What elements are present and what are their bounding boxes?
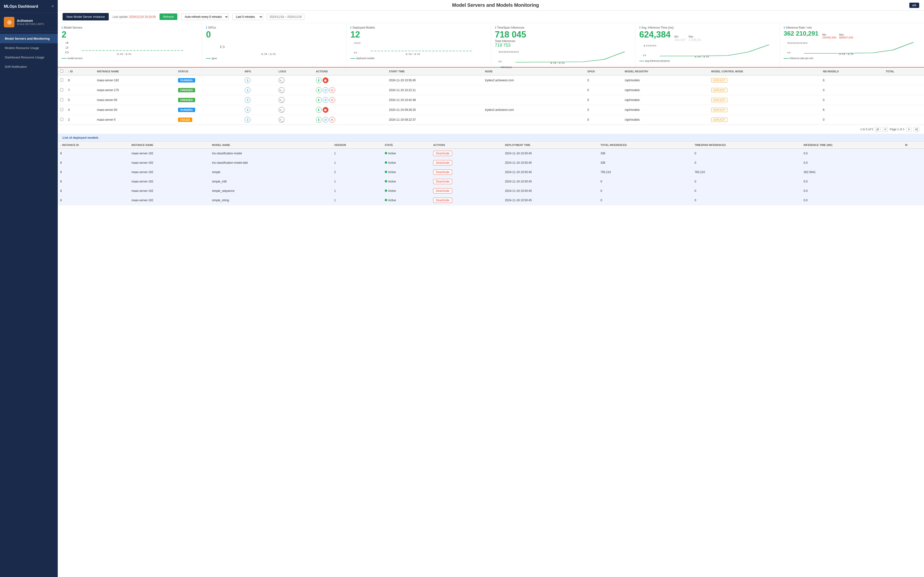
info-button[interactable]: ℹ xyxy=(245,97,250,103)
info-icon-timespan[interactable]: ℹ xyxy=(495,26,496,29)
time-range-select[interactable]: Last 5 minutes Last 15 minutes Last hour xyxy=(233,13,263,20)
control-mode-badge: EXPLICIT xyxy=(711,108,727,112)
deployed-instance-name: maas-server-192 xyxy=(129,158,210,168)
sidebar-item-models-resource-usage[interactable]: Models Resource Usage xyxy=(0,43,58,53)
row-checkbox[interactable] xyxy=(60,98,63,101)
status-badge: RUNNING xyxy=(178,78,195,82)
deployed-m xyxy=(903,168,924,177)
download-button[interactable]: ⬇ xyxy=(316,107,322,113)
action-buttons: ⬇ ↺ ✕ xyxy=(316,87,384,93)
deployed-timespan-inf: 0 xyxy=(692,186,801,196)
table-row: 4 maas-server-50 RUNNING ℹ >_ ⬇ ⏹ 2024-1… xyxy=(58,105,924,115)
last-page-button[interactable]: >| xyxy=(913,127,919,132)
info-button[interactable]: ℹ xyxy=(245,87,250,93)
row-gpus: 0 xyxy=(585,85,622,95)
chart-legend-timespan: inferences xyxy=(495,66,632,69)
download-button[interactable]: ⬇ xyxy=(316,77,322,83)
auto-refresh-select[interactable]: Auto-refresh every 5 minutes Auto-refres… xyxy=(181,13,229,20)
metric-deployed-models: ℹ Deployed Models 12 20 0 19:15 deployed… xyxy=(347,23,491,67)
info-icon-deployed[interactable]: ℹ xyxy=(351,26,352,29)
logs-button[interactable]: >_ xyxy=(279,117,284,122)
row-id: 7 xyxy=(66,85,95,95)
stop-button[interactable]: ⏹ xyxy=(323,77,328,83)
deployed-timespan-inf: 0 xyxy=(692,158,801,168)
logs-button[interactable]: >_ xyxy=(279,87,284,93)
restart-button[interactable]: ↺ xyxy=(323,117,328,122)
deployed-m xyxy=(903,196,924,205)
next-page-button[interactable]: > xyxy=(906,127,911,132)
deployed-inf-time: 0.0 xyxy=(801,148,903,158)
prev-page-button[interactable]: < xyxy=(883,127,888,132)
sidebar-nav: Model Servers and Monitoring Models Reso… xyxy=(0,32,58,577)
stop-button[interactable]: ⏹ xyxy=(323,107,328,113)
page-title: Model Servers and Models Monitoring xyxy=(82,2,909,8)
metric-avg-inference: ℹ Avg. Inference Time (ms) 624,384 Min 2… xyxy=(635,23,780,67)
sidebar-item-model-servers-monitoring[interactable]: Model Servers and Monitoring xyxy=(0,34,58,43)
info-icon-avg[interactable]: ℹ xyxy=(639,26,641,29)
first-page-button[interactable]: |< xyxy=(875,127,881,132)
col-actions: ACTIONS xyxy=(313,68,387,75)
logs-button[interactable]: >_ xyxy=(279,77,284,83)
deployed-models-header: List of deployed models xyxy=(58,134,924,142)
deactivate-button[interactable]: Deactivate xyxy=(433,151,452,156)
top-bar: Model Servers and Models Monitoring alil… xyxy=(58,0,924,11)
deactivate-button[interactable]: Deactivate xyxy=(433,169,452,175)
row-checkbox[interactable] xyxy=(60,88,63,91)
svg-text:1000: 1000 xyxy=(643,45,656,47)
row-gpus: 0 xyxy=(585,95,622,105)
delete-button[interactable]: ✕ xyxy=(330,97,335,103)
delete-button[interactable]: ✕ xyxy=(330,87,335,93)
metric-timespan-sublabel: Total Inferences xyxy=(495,39,632,43)
info-icon-rate[interactable]: ℹ xyxy=(784,26,785,29)
deployed-instance-id: 8 xyxy=(58,158,129,168)
sidebar-item-drift-notification[interactable]: Drift Notification xyxy=(0,62,58,71)
row-checkbox[interactable] xyxy=(60,108,63,111)
download-button[interactable]: ⬇ xyxy=(316,117,322,122)
restart-button[interactable]: ↺ xyxy=(323,97,328,103)
deactivate-button[interactable]: Deactivate xyxy=(433,198,452,203)
info-icon-model-servers[interactable]: ℹ xyxy=(61,26,63,29)
metric-model-servers: ℹ Model Servers 2 4 2 0 19:15 model-serv… xyxy=(58,23,202,67)
select-all-checkbox[interactable] xyxy=(60,69,63,73)
col-control-mode: MODEL CONTROL MODE xyxy=(709,68,821,75)
col-inference-time: INFERENCE TIME (ms) xyxy=(801,142,903,148)
close-button[interactable]: × xyxy=(51,4,54,9)
col-id: ↓ ID xyxy=(66,68,95,75)
restart-button[interactable]: ↺ xyxy=(323,87,328,93)
info-button[interactable]: ℹ xyxy=(245,77,250,83)
deployed-state: Active xyxy=(382,186,431,196)
col-nb-models: NB MODELS xyxy=(821,68,883,75)
new-model-server-button[interactable]: New Model Server Instance xyxy=(63,13,109,21)
pagination-count: 1 to 5 of 5 xyxy=(860,128,873,131)
list-item: 8 maas-server-192 iris-classification-mo… xyxy=(58,148,924,158)
download-button[interactable]: ⬇ xyxy=(316,97,322,103)
sidebar-item-dashboard-resource-usage[interactable]: Dashboard Resource Usage xyxy=(0,53,58,62)
action-buttons: ⬇ ⏹ xyxy=(316,77,384,83)
deployed-instance-name: maas-server-192 xyxy=(129,186,210,196)
row-total xyxy=(883,95,924,105)
row-start-time: 2024-11-19 09:22:37 xyxy=(387,115,483,125)
deployed-total-inf: 0 xyxy=(598,196,692,205)
row-checkbox[interactable] xyxy=(60,78,63,82)
download-button[interactable]: ⬇ xyxy=(316,87,322,93)
metric-avg-label: ℹ Avg. Inference Time (ms) xyxy=(639,26,776,29)
status-badge: FINISHED xyxy=(178,98,195,102)
logs-button[interactable]: >_ xyxy=(279,97,284,103)
logs-button[interactable]: >_ xyxy=(279,107,284,113)
info-icon-gpus[interactable]: ℹ xyxy=(206,26,207,29)
chart-legend-gpus: gpus xyxy=(206,57,342,60)
deactivate-button[interactable]: Deactivate xyxy=(433,179,452,184)
col-logs: LOGS xyxy=(276,68,313,75)
deployed-time: 2024-11-19 10:50:45 xyxy=(502,196,598,205)
last-update-label: Last update: 2024/11/19 19:16:59 xyxy=(113,15,156,19)
deployed-total-inf: 0 xyxy=(598,186,692,196)
deactivate-button[interactable]: Deactivate xyxy=(433,188,452,193)
row-checkbox[interactable] xyxy=(60,118,63,121)
info-button[interactable]: ℹ xyxy=(245,117,250,122)
refresh-button[interactable]: Refresh xyxy=(160,13,177,20)
row-gpus: 0 xyxy=(585,115,622,125)
metric-timespan-subvalue: 719 753 xyxy=(495,43,632,48)
deactivate-button[interactable]: Deactivate xyxy=(433,160,452,165)
delete-button[interactable]: ✕ xyxy=(330,117,335,122)
info-button[interactable]: ℹ xyxy=(245,107,250,113)
